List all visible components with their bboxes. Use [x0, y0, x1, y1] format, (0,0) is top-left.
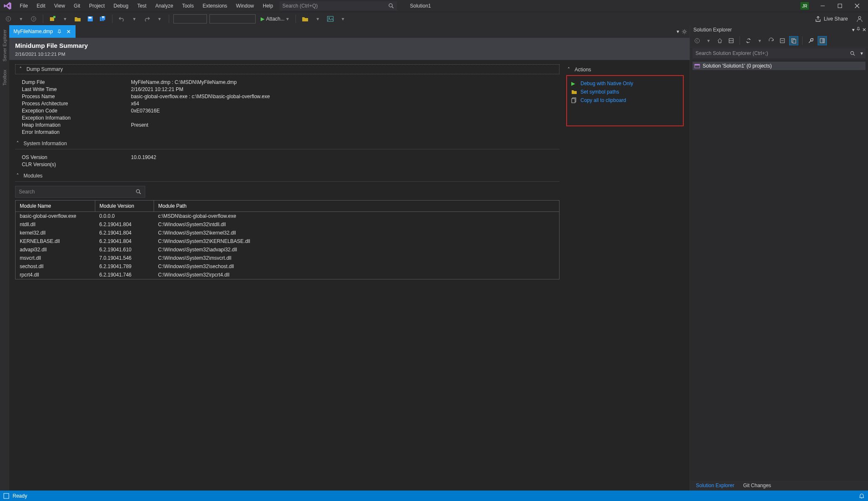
menu-tools[interactable]: Tools — [178, 1, 198, 10]
system-info-header[interactable]: ˄ System Information — [15, 138, 559, 149]
menu-file[interactable]: File — [16, 1, 32, 10]
tab-overflow-chevron[interactable]: ▾ — [677, 29, 679, 34]
undo-button[interactable] — [117, 14, 127, 24]
save-all-button[interactable] — [98, 14, 108, 24]
tab-settings-icon[interactable] — [682, 29, 687, 34]
cell-module-name: basic-global-overflow.exe — [16, 212, 95, 221]
table-row[interactable]: msvcrt.dll7.0.19041.546C:\Windows\System… — [16, 254, 559, 262]
window-minimize-button[interactable] — [814, 0, 831, 11]
live-share-button[interactable]: Live Share — [810, 16, 852, 22]
sync-chevron[interactable]: ▾ — [755, 36, 764, 45]
user-badge[interactable]: JR — [800, 2, 809, 10]
window-close-button[interactable] — [849, 0, 865, 11]
actions-box: ▶ Debug with Native Only Set symbol path… — [566, 75, 684, 126]
server-explorer-tab[interactable]: Server Explorer — [1, 25, 8, 65]
picture-button[interactable] — [325, 14, 335, 24]
solution-icon — [694, 63, 700, 69]
back-icon[interactable] — [693, 36, 702, 45]
open-folder-chevron[interactable]: ▾ — [313, 14, 323, 24]
menu-test[interactable]: Test — [133, 1, 151, 10]
nav-back-button[interactable] — [3, 14, 13, 24]
notifications-icon[interactable] — [859, 493, 865, 499]
action-copy-all[interactable]: Copy all to clipboard — [571, 96, 679, 104]
cell-module-version: 6.2.19041.804 — [95, 237, 154, 245]
collapse-all-icon[interactable] — [778, 36, 787, 45]
panel-close-icon[interactable]: ✕ — [862, 27, 866, 33]
solution-node[interactable]: Solution 'Solution1' (0 projects) — [693, 62, 865, 70]
pin-icon[interactable] — [56, 29, 62, 34]
menu-debug[interactable]: Debug — [110, 1, 133, 10]
redo-chevron[interactable]: ▾ — [154, 14, 165, 24]
close-tab-icon[interactable]: ✕ — [65, 29, 71, 34]
menu-view[interactable]: View — [50, 1, 69, 10]
window-maximize-button[interactable] — [831, 0, 848, 11]
modules-search[interactable] — [15, 186, 145, 198]
svg-line-1 — [392, 7, 393, 8]
table-row[interactable]: basic-global-overflow.exe0.0.0.0c:\MSDN\… — [16, 212, 559, 221]
save-button[interactable] — [85, 14, 95, 24]
menu-help[interactable]: Help — [259, 1, 277, 10]
svg-point-6 — [6, 16, 11, 21]
redo-button[interactable] — [142, 14, 152, 24]
action-debug-native[interactable]: ▶ Debug with Native Only — [571, 79, 679, 88]
search-icon — [136, 189, 141, 195]
svg-rect-9 — [53, 16, 55, 18]
properties-icon[interactable] — [806, 36, 816, 45]
nav-forward-button[interactable] — [29, 14, 39, 24]
menu-edit[interactable]: Edit — [32, 1, 50, 10]
config-dropdown[interactable] — [173, 14, 207, 23]
cell-module-name: kernel32.dll — [16, 229, 95, 237]
menu-window[interactable]: Window — [232, 1, 258, 10]
menu-analyze[interactable]: Analyze — [151, 1, 178, 10]
preview-icon[interactable] — [818, 36, 827, 45]
table-row[interactable]: advapi32.dll6.2.19041.610C:\Windows\Syst… — [16, 245, 559, 254]
panel-search-input[interactable] — [693, 48, 865, 58]
cell-module-path: C:\Windows\System32\ntdll.dll — [154, 220, 559, 229]
menu-extensions[interactable]: Extensions — [199, 1, 232, 10]
platform-dropdown[interactable] — [209, 14, 256, 23]
panel-dropdown-icon[interactable]: ▾ — [852, 27, 855, 33]
table-row[interactable]: rpcrt4.dll6.2.19041.746C:\Windows\System… — [16, 271, 559, 279]
sync-icon[interactable] — [744, 36, 753, 45]
table-row[interactable]: kernel32.dll6.2.19041.804C:\Windows\Syst… — [16, 229, 559, 237]
table-row[interactable]: ntdll.dll6.2.19041.804C:\Windows\System3… — [16, 220, 559, 229]
search-options-chevron[interactable]: ▾ — [860, 50, 863, 56]
modules-header[interactable]: ˄ Modules — [15, 170, 559, 182]
menu-project[interactable]: Project — [85, 1, 109, 10]
open-file-button[interactable] — [73, 14, 83, 24]
undo-chevron[interactable]: ▾ — [129, 14, 139, 24]
document-tab[interactable]: MyFileName.dmp ✕ — [9, 25, 76, 38]
tab-solution-explorer[interactable]: Solution Explorer — [692, 481, 738, 490]
nav-back-chevron[interactable]: ▾ — [16, 14, 26, 24]
attach-button[interactable]: ▶ Attach... ▾ — [258, 16, 291, 22]
col-module-version[interactable]: Module Version — [95, 201, 154, 212]
action-label: Debug with Native Only — [580, 81, 633, 86]
show-all-files-icon[interactable] — [789, 36, 798, 45]
new-project-chevron[interactable]: ▾ — [60, 14, 70, 24]
menu-git[interactable]: Git — [70, 1, 84, 10]
new-project-button[interactable] — [47, 14, 58, 24]
modules-search-input[interactable] — [16, 189, 145, 195]
table-row[interactable]: sechost.dll6.2.19041.789C:\Windows\Syste… — [16, 262, 559, 271]
switch-views-icon[interactable] — [727, 36, 736, 45]
actions-header[interactable]: ˄ Actions — [566, 64, 684, 75]
panel-pin-icon[interactable] — [856, 27, 860, 33]
forward-icon[interactable]: ▾ — [704, 36, 713, 45]
table-row[interactable]: KERNELBASE.dll6.2.19041.804C:\Windows\Sy… — [16, 237, 559, 245]
cell-module-version: 6.2.19041.610 — [95, 245, 154, 254]
quick-launch-search[interactable] — [280, 1, 397, 10]
toolbox-tab[interactable]: Toolbox — [1, 65, 8, 90]
refresh-icon[interactable] — [766, 36, 776, 45]
open-folder-button[interactable] — [300, 14, 310, 24]
action-set-symbol-paths[interactable]: Set symbol paths — [571, 88, 679, 96]
quick-launch-input[interactable] — [280, 3, 397, 9]
dump-summary-header[interactable]: ˄ Dump Summary — [15, 64, 559, 74]
home-icon[interactable] — [715, 36, 724, 45]
action-label: Set symbol paths — [580, 89, 619, 95]
overflow-button[interactable]: ▾ — [338, 14, 348, 24]
account-button[interactable] — [855, 14, 865, 24]
panel-search[interactable]: ▾ — [690, 47, 868, 60]
tab-git-changes[interactable]: Git Changes — [739, 481, 775, 490]
col-module-path[interactable]: Module Path — [154, 201, 559, 212]
col-module-name[interactable]: Module Name — [16, 201, 95, 212]
